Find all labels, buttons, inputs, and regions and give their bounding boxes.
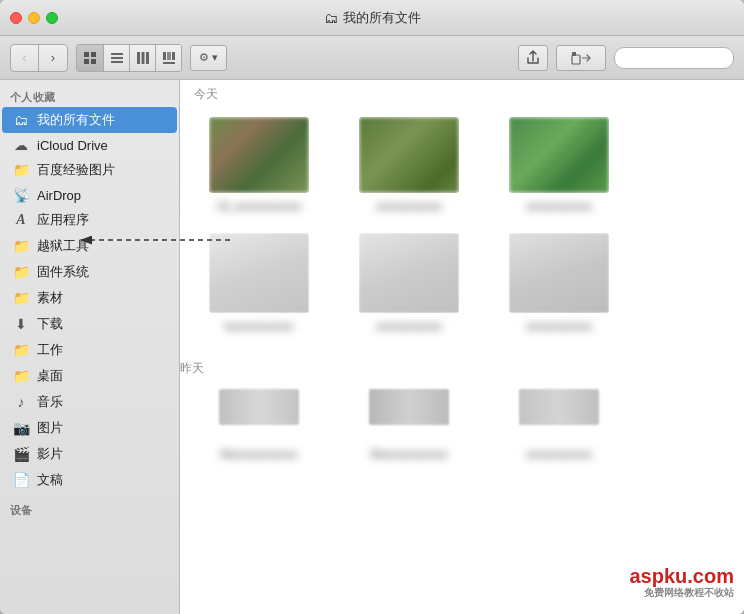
file-name: INxxxxxxxxxxxx — [371, 447, 448, 461]
share-button[interactable] — [518, 45, 548, 71]
sidebar-item-docs[interactable]: 📄 文稿 — [2, 467, 177, 493]
folder-icon-4: 📁 — [12, 290, 30, 306]
sidebar-item-icloud[interactable]: ☁ iCloud Drive — [2, 133, 177, 157]
sidebar-item-label: 素材 — [37, 289, 63, 307]
file-item[interactable]: xxxxxxxxxxxx — [494, 117, 624, 213]
file-row-1: 15_xxxxxxxxxxxx xxxxxxxxxxxx xxxxxxxxxxx… — [194, 117, 730, 213]
hdd-icon: 🗂 — [324, 10, 338, 26]
file-item[interactable]: INxxxxxxxxxxxx — [194, 381, 324, 461]
arrange-button[interactable]: ⚙ ▾ — [190, 45, 227, 71]
sidebar-item-baidu[interactable]: 📁 百度经验图片 — [2, 157, 177, 183]
view-controls — [76, 44, 182, 72]
sidebar-item-label: 工作 — [37, 341, 63, 359]
sidebar-item-download[interactable]: ⬇ 下载 — [2, 311, 177, 337]
back-button[interactable]: ‹ — [11, 45, 39, 71]
content-area: 今天 15_xxxxxxxxxxxx xxxxxxxxxxxx — [180, 80, 744, 614]
svg-rect-5 — [111, 57, 123, 59]
file-item[interactable]: xxxxxxxxxxxx — [344, 117, 474, 213]
file-name: xxxxxxxxxxxx — [526, 199, 592, 213]
svg-rect-1 — [91, 52, 96, 57]
svg-rect-8 — [141, 52, 144, 64]
file-item[interactable]: xxxxxxxxxxxx — [344, 233, 474, 333]
folder-icon-6: 📁 — [12, 368, 30, 384]
sidebar-item-photos[interactable]: 📷 图片 — [2, 415, 177, 441]
sidebar-item-desktop[interactable]: 📁 桌面 — [2, 363, 177, 389]
sidebar-item-label: 图片 — [37, 419, 63, 437]
close-button[interactable] — [10, 12, 22, 24]
sidebar-item-airdrop[interactable]: 📡 AirDrop — [2, 183, 177, 207]
sidebar-item-movies[interactable]: 🎬 影片 — [2, 441, 177, 467]
path-button[interactable] — [556, 45, 606, 71]
forward-button[interactable]: › — [39, 45, 67, 71]
file-row-2: lxxxxxxxxxxxx xxxxxxxxxxxx xxxxxxxxxxxx — [194, 233, 730, 333]
toolbar: ‹ › — [0, 36, 744, 80]
sidebar-item-label: AirDrop — [37, 188, 81, 203]
sidebar-item-label: 文稿 — [37, 471, 63, 489]
sidebar-item-label: 音乐 — [37, 393, 63, 411]
file-thumbnail — [359, 381, 459, 441]
svg-rect-12 — [172, 52, 175, 60]
folder-icon-5: 📁 — [12, 342, 30, 358]
svg-rect-11 — [167, 52, 171, 60]
sidebar-section-devices: 设备 — [0, 499, 179, 520]
file-name: xxxxxxxxxxxx — [376, 199, 442, 213]
sidebar-item-all-files[interactable]: 🗂 我的所有文件 — [2, 107, 177, 133]
cover-flow-button[interactable] — [155, 45, 181, 71]
folder-icon-2: 📁 — [12, 238, 30, 254]
file-name: xxxxxxxxxxxx — [526, 447, 592, 461]
svg-rect-0 — [84, 52, 89, 57]
music-icon: ♪ — [12, 394, 30, 410]
file-item[interactable]: 15_xxxxxxxxxxxx — [194, 117, 324, 213]
maximize-button[interactable] — [46, 12, 58, 24]
main-area: 个人收藏 🗂 我的所有文件 ☁ iCloud Drive 📁 百度经验图片 📡 … — [0, 80, 744, 614]
list-view-button[interactable] — [103, 45, 129, 71]
movies-icon: 🎬 — [12, 446, 30, 462]
airdrop-icon: 📡 — [12, 187, 30, 203]
sidebar-item-work[interactable]: 📁 工作 — [2, 337, 177, 363]
file-thumbnail — [359, 117, 459, 193]
svg-rect-6 — [111, 61, 123, 63]
sidebar-section-favorites: 个人收藏 — [0, 86, 179, 107]
icon-view-button[interactable] — [77, 45, 103, 71]
finder-window: 🗂 我的所有文件 ‹ › — [0, 0, 744, 614]
minimize-button[interactable] — [28, 12, 40, 24]
sidebar: 个人收藏 🗂 我的所有文件 ☁ iCloud Drive 📁 百度经验图片 📡 … — [0, 80, 180, 614]
folder-icon: 📁 — [12, 162, 30, 178]
file-item[interactable]: xxxxxxxxxxxx — [494, 233, 624, 333]
watermark-text: asp — [630, 565, 664, 587]
sidebar-item-label: 应用程序 — [37, 211, 89, 229]
sidebar-item-music[interactable]: ♪ 音乐 — [2, 389, 177, 415]
sidebar-item-jailbreak[interactable]: 📁 越狱工具 — [2, 233, 177, 259]
file-thumbnail — [509, 117, 609, 193]
window-title: 🗂 我的所有文件 — [324, 9, 421, 27]
file-thumbnail — [359, 233, 459, 313]
file-thumbnail — [209, 381, 309, 441]
photos-icon: 📷 — [12, 420, 30, 436]
file-item[interactable]: lxxxxxxxxxxxx — [194, 233, 324, 333]
column-view-button[interactable] — [129, 45, 155, 71]
search-input[interactable] — [614, 47, 734, 69]
file-item[interactable]: INxxxxxxxxxxxx — [344, 381, 474, 461]
svg-rect-3 — [91, 59, 96, 64]
sidebar-item-material[interactable]: 📁 素材 — [2, 285, 177, 311]
sidebar-item-label: 下载 — [37, 315, 63, 333]
sidebar-item-label: 我的所有文件 — [37, 111, 115, 129]
docs-icon: 📄 — [12, 472, 30, 488]
traffic-lights — [10, 12, 58, 24]
file-item[interactable]: xxxxxxxxxxxx — [494, 381, 624, 461]
sidebar-item-firmware[interactable]: 📁 固件系统 — [2, 259, 177, 285]
sidebar-item-label: 影片 — [37, 445, 63, 463]
svg-rect-9 — [146, 52, 149, 64]
file-name: INxxxxxxxxxxxx — [221, 447, 298, 461]
download-icon: ⬇ — [12, 316, 30, 332]
file-name: xxxxxxxxxxxx — [526, 319, 592, 333]
sidebar-item-apps[interactable]: A 应用程序 — [2, 207, 177, 233]
watermark: aspku.com 免费网络教程不收站 — [630, 565, 735, 600]
folder-icon-3: 📁 — [12, 264, 30, 280]
svg-rect-4 — [111, 53, 123, 55]
file-grid: 15_xxxxxxxxxxxx xxxxxxxxxxxx xxxxxxxxxxx… — [180, 107, 744, 614]
svg-rect-10 — [163, 52, 166, 60]
sidebar-item-label: 百度经验图片 — [37, 161, 115, 179]
titlebar: 🗂 我的所有文件 — [0, 0, 744, 36]
today-label: 今天 — [180, 80, 744, 107]
